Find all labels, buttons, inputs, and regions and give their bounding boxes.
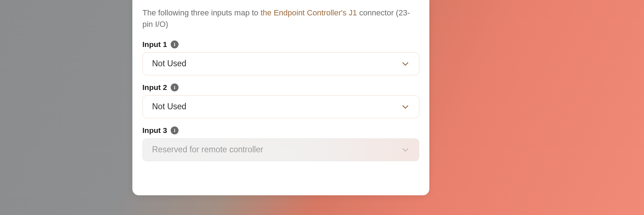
svg-point-4: [174, 129, 175, 130]
input-1-label: Input 1: [142, 40, 167, 49]
field-label-row: Input 3: [142, 126, 419, 135]
svg-point-0: [174, 43, 175, 44]
info-icon[interactable]: [171, 83, 179, 91]
info-icon[interactable]: [171, 126, 179, 134]
info-icon[interactable]: [171, 40, 179, 48]
field-label-row: Input 1: [142, 40, 419, 49]
description-text-emphasis: the Endpoint Controller's J1: [260, 8, 357, 17]
input-2-label: Input 2: [142, 83, 167, 92]
svg-rect-1: [174, 44, 175, 46]
svg-rect-3: [174, 87, 175, 89]
chevron-down-icon: [401, 145, 410, 154]
input-3-label: Input 3: [142, 126, 167, 135]
input-2-value: Not Used: [152, 102, 186, 111]
chevron-down-icon: [401, 59, 410, 68]
settings-panel: The following three inputs map to the En…: [132, 0, 429, 195]
svg-point-2: [174, 86, 175, 87]
field-input-3: Input 3 Reserved for remote controller: [142, 126, 419, 161]
input-3-select: Reserved for remote controller: [142, 138, 419, 161]
input-3-value: Reserved for remote controller: [152, 145, 263, 154]
chevron-down-icon: [401, 102, 410, 111]
input-2-select[interactable]: Not Used: [142, 95, 419, 118]
section-description: The following three inputs map to the En…: [142, 7, 419, 30]
field-label-row: Input 2: [142, 83, 419, 92]
input-1-value: Not Used: [152, 59, 186, 68]
field-input-2: Input 2 Not Used: [142, 83, 419, 118]
input-1-select[interactable]: Not Used: [142, 52, 419, 75]
svg-rect-5: [174, 130, 175, 132]
field-input-1: Input 1 Not Used: [142, 40, 419, 75]
description-text-prefix: The following three inputs map to: [142, 8, 260, 17]
